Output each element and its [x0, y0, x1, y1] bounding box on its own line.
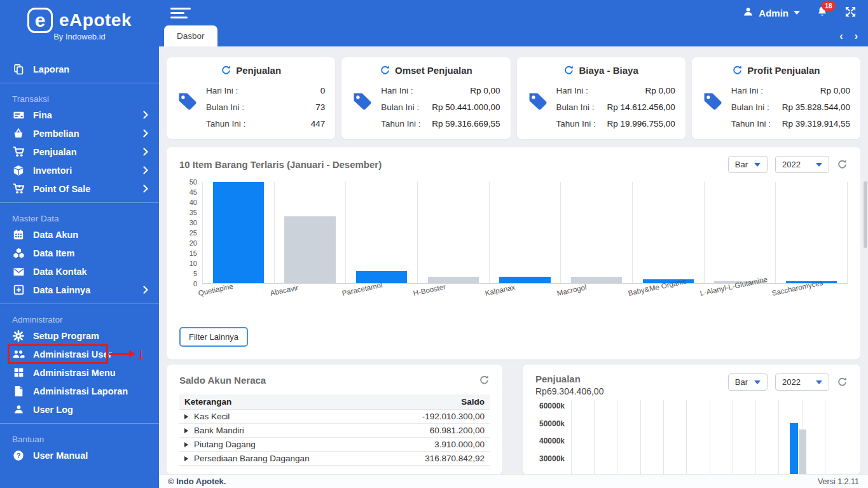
stat-value: Rp 19.996.755,00 — [607, 119, 675, 129]
chart-slot-paracetamol: Paracetamol — [345, 182, 417, 283]
chevron-down-icon — [816, 380, 822, 384]
saldo-row-bank-mandiri[interactable]: Bank Mandiri60.981.200,00 — [179, 424, 490, 438]
sidebar-item-inventori[interactable]: Inventori — [0, 161, 159, 179]
stat-value: Rp 14.612.456,00 — [607, 102, 675, 112]
y-tick-label: 60000k — [539, 401, 565, 410]
chevron-right-icon — [143, 166, 149, 174]
chart-type-value: Bar — [735, 377, 748, 387]
expand-caret-icon[interactable] — [184, 442, 188, 447]
y-tick-label: 40 — [189, 199, 197, 206]
year-value: 2022 — [782, 377, 801, 387]
sidebar-item-fina[interactable]: Fina — [0, 106, 159, 124]
stat-value: Rp 0,00 — [470, 86, 500, 95]
sidebar-divider — [0, 83, 159, 83]
sidebar-item-administrasi-menu[interactable]: Administrasi Menu — [0, 363, 159, 382]
report-icon — [12, 64, 25, 75]
sidebar-item-label: Data Akun — [33, 230, 78, 240]
sidebar-item-user-manual[interactable]: ?User Manual — [0, 446, 159, 464]
stat-label: Tahun Ini : — [206, 119, 245, 129]
column-keterangan: Keterangan — [179, 394, 381, 410]
year-select[interactable]: 2022 — [775, 156, 829, 173]
refresh-icon[interactable] — [380, 65, 390, 76]
sidebar-item-user-log[interactable]: User Log — [0, 400, 159, 419]
refresh-icon[interactable] — [221, 65, 231, 76]
sidebar-item-data-akun[interactable]: Data Akun — [0, 225, 159, 244]
refresh-icon[interactable] — [837, 377, 848, 387]
account-name: Kas Kecil — [194, 412, 230, 421]
refresh-icon[interactable] — [732, 65, 743, 76]
filter-lainnya-button[interactable]: Filter Lainnya — [179, 327, 248, 347]
notification-badge: 18 — [822, 1, 836, 11]
refresh-icon[interactable] — [837, 159, 848, 170]
stat-row: Hari Ini :Rp 0,00 — [731, 82, 850, 99]
stat-label: Hari Ini : — [381, 86, 413, 95]
refresh-icon[interactable] — [479, 375, 490, 386]
svg-text:?: ? — [17, 451, 21, 459]
chevron-right-icon — [143, 185, 149, 193]
tab-dasbor[interactable]: Dasbor — [164, 25, 217, 46]
gridline — [640, 400, 641, 475]
stat-card-omset-penjualan: Omset PenjualanHari Ini :Rp 0,00Bulan In… — [341, 57, 510, 139]
year-value: 2022 — [782, 160, 801, 169]
sidebar-item-data-item[interactable]: Data Item — [0, 244, 159, 262]
sidebar-item-administrasi-user[interactable]: Administrasi User1 — [0, 345, 159, 363]
chart-slot-abacavir: Abacavir — [274, 182, 346, 283]
refresh-icon[interactable] — [563, 65, 574, 76]
chevron-right-icon — [143, 129, 149, 137]
chevron-down-icon — [754, 380, 761, 384]
stat-row: Hari Ini :Rp 0,00 — [381, 82, 500, 99]
y-tick-label: 35 — [189, 209, 197, 216]
sidebar-item-data-kontak[interactable]: Data Kontak — [0, 262, 159, 281]
version-text: Versi 1.2.11 — [818, 477, 859, 486]
chart-type-select[interactable]: Bar — [728, 156, 768, 173]
saldo-row-kas-kecil[interactable]: Kas Kecil-192.010.300,00 — [179, 410, 490, 424]
stat-row: Tahun Ini :Rp 39.319.914,55 — [731, 115, 850, 132]
sidebar-divider — [0, 303, 159, 304]
expand-caret-icon[interactable] — [184, 414, 188, 419]
stat-label: Hari Ini : — [206, 86, 238, 95]
tab-scroll-left-icon[interactable]: ‹ — [839, 31, 843, 41]
account-name: Piutang Dagang — [194, 440, 256, 449]
expand-caret-icon[interactable] — [184, 456, 188, 461]
y-axis-labels: 50454035302520151050 — [179, 178, 202, 288]
stat-label: Bulan Ini : — [731, 102, 769, 112]
app-title: eApotek — [59, 10, 132, 31]
sidebar-item-point-of-sale[interactable]: Point Of Sale — [0, 179, 159, 198]
users-icon — [12, 349, 25, 360]
sidebar-item-laporan[interactable]: Laporan — [0, 60, 159, 78]
chevron-down-icon — [816, 163, 822, 167]
sidebar-item-penjualan[interactable]: Penjualan — [0, 143, 159, 161]
sidebar-item-administrasi-laporan[interactable]: Administrasi Laporan — [0, 382, 159, 400]
sidebar-item-label: Data Item — [33, 248, 74, 258]
sidebar-item-label: Laporan — [33, 64, 69, 74]
stat-row: Tahun Ini :447 — [206, 115, 325, 132]
tag-icon — [177, 82, 202, 132]
hamburger-menu-icon[interactable] — [170, 5, 191, 21]
saldo-row-piutang-dagang[interactable]: Piutang Dagang3.910.000,00 — [179, 438, 490, 452]
fullscreen-button[interactable] — [844, 6, 857, 20]
sidebar-item-setup-program[interactable]: Setup Program — [0, 326, 159, 345]
saldo-row-persediaan-barang-dagangan[interactable]: Persediaan Barang Dagangan316.870.842,92 — [179, 452, 490, 466]
sidebar-item-data-lainnya[interactable]: Data Lainnya — [0, 281, 159, 299]
stat-row: Tahun Ini :Rp 59.316.669,55 — [381, 115, 500, 132]
gridline — [663, 400, 664, 475]
user-menu[interactable]: Admin — [743, 6, 800, 19]
sidebar-item-pembelian[interactable]: Pembelian — [0, 124, 159, 143]
page-scrollbar[interactable] — [864, 181, 867, 248]
chart-type-select[interactable]: Bar — [728, 373, 768, 391]
stat-label: Hari Ini : — [731, 86, 763, 95]
sidebar-item-label: Administrasi User — [33, 349, 112, 359]
tab-scroll-right-icon[interactable]: › — [855, 31, 858, 41]
stat-row: Hari Ini :0 — [206, 82, 325, 99]
topbar: Admin 18 — [159, 0, 868, 25]
card-icon — [12, 109, 25, 121]
expand-caret-icon[interactable] — [184, 428, 188, 433]
stat-label: Tahun Ini : — [381, 119, 420, 129]
footer: © Indo Apotek. Versi 1.2.11 — [159, 474, 868, 488]
tag-icon — [352, 82, 377, 132]
notifications-button[interactable]: 18 — [816, 6, 828, 20]
year-select[interactable]: 2022 — [775, 373, 829, 391]
tag-icon — [702, 82, 727, 132]
column-saldo: Saldo — [381, 394, 490, 410]
stat-card-biaya-biaya: Biaya - BiayaHari Ini :Rp 0,00Bulan Ini … — [517, 57, 685, 139]
